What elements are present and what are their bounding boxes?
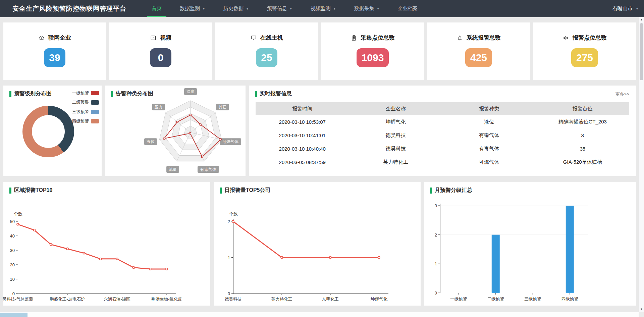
nav-item-home[interactable]: 首页 [143, 0, 171, 17]
svg-text:东明化工: 东明化工 [322, 297, 339, 302]
svg-text:三级预警: 三级预警 [524, 297, 541, 301]
region-selector[interactable]: 石嘴山市▼ [612, 5, 644, 12]
table-cell: 可燃气体 [442, 155, 536, 169]
table-cell: 液位 [442, 115, 536, 128]
table-cell: 2020-03-10 10:53:07 [256, 115, 349, 128]
card-title: 日报警量TOP5公司 [220, 187, 271, 194]
svg-text:0: 0 [12, 291, 15, 296]
donut-hole [32, 115, 65, 148]
svg-text:德昊科技: 德昊科技 [225, 297, 242, 302]
warning-level-pie-card: 预警级别分布图 一级预警二级预警三级预警四级预警 [3, 86, 102, 176]
nav-item-data-collection[interactable]: 数据采集▼ [345, 0, 389, 17]
svg-text:压力: 压力 [155, 105, 163, 109]
radar-chart: 温度其它可燃气体有毒气体流量液位压力 [105, 86, 246, 176]
card-title: 告警种类分布图 [111, 90, 153, 97]
monthly-warning-bar-chart: 0123一级预警二级预警三级预警四级预警 [427, 198, 638, 306]
legend-item[interactable]: 二级预警 [72, 100, 99, 105]
stat-label: 联网企业 [48, 34, 71, 42]
table-cell: 2020-03-10 10:41:01 [256, 128, 349, 142]
vertical-scrollbar[interactable]: ▲ ▼ [639, 17, 644, 312]
table-cell: 德昊科技 [349, 142, 443, 155]
svg-text:30: 30 [10, 248, 15, 253]
legend-item[interactable]: 四级预警 [72, 118, 99, 124]
stat-card-connected-enterprises: 联网企业 39 [3, 22, 106, 80]
table-cell: 2020-03-05 08:37:59 [256, 155, 349, 169]
svg-text:有毒气体: 有毒气体 [200, 167, 216, 172]
legend-item[interactable]: 三级预警 [72, 109, 99, 115]
alarm-type-radar-card: 告警种类分布图 温度其它可燃气体有毒气体流量液位压力 [105, 86, 246, 176]
table-row[interactable]: 2020-03-10 10:40:40德昊科技有毒气体35 [256, 142, 629, 155]
table-cell: 有毒气体 [442, 142, 536, 155]
legend-swatch [91, 119, 99, 123]
horizontal-scrollbar[interactable] [0, 312, 639, 317]
table-cell: 有毒气体 [442, 128, 536, 142]
svg-text:一级预警: 一级预警 [450, 297, 467, 301]
card-title: 实时报警信息 [255, 90, 292, 97]
legend-item[interactable]: 一级预警 [72, 90, 99, 96]
stat-label: 报警点位总数 [573, 34, 607, 42]
table-header-cell: 报警点位 [536, 102, 630, 115]
svg-text:个数: 个数 [14, 211, 22, 216]
stat-value: 25 [256, 48, 277, 67]
nav-item-label: 历史数据 [223, 5, 244, 12]
stat-value: 1093 [357, 48, 389, 67]
horizontal-scrollbar-thumb[interactable] [0, 313, 28, 317]
svg-text:2: 2 [435, 232, 437, 237]
scroll-down-arrow[interactable]: ▼ [639, 307, 644, 312]
region-alarm-line-chart: 01020304050个数昊科技-气体监测鹏盛化工-1#电石炉永润石油-罐区荆洪… [6, 198, 207, 306]
table-cell: 精醇南罐液位GT_203 [536, 115, 630, 128]
svg-text:40: 40 [10, 233, 15, 239]
legend-label: 四级预警 [72, 118, 89, 124]
nav-item-label: 数据采集 [354, 5, 374, 12]
card-title-text: 区域报警TOP10 [14, 187, 52, 194]
app-title: 安全生产风险预警防控物联网管理平台 [12, 4, 126, 13]
table-cell: GIA-520单体贮槽 [536, 155, 630, 169]
svg-text:荆洪生物-氧化反: 荆洪生物-氧化反 [151, 297, 182, 302]
bottom-row: 区域报警TOP10 01020304050个数昊科技-气体监测鹏盛化工-1#电石… [3, 182, 636, 306]
chevron-down-icon: ▼ [636, 7, 639, 10]
stat-card-alarm-points: 报警点位总数 275 [533, 22, 636, 80]
video-icon [150, 35, 157, 41]
table-row[interactable]: 2020-03-10 10:53:07坤辉气化液位精醇南罐液位GT_203 [256, 115, 629, 128]
title-bar-icon [430, 188, 432, 194]
scrollbar-corner [639, 312, 644, 317]
table-row[interactable]: 2020-03-10 10:41:01德昊科技有毒气体3 [256, 128, 629, 142]
more-link[interactable]: 更多>> [615, 91, 629, 97]
daily-alarm-line-chart: 012个数德昊科技英力特化工东明化工坤辉气化 [216, 198, 418, 306]
nav-item-label: 企业档案 [398, 5, 418, 12]
svg-text:10: 10 [10, 277, 15, 282]
nav-item-data-monitoring[interactable]: 数据监测▼ [171, 0, 214, 17]
svg-text:2: 2 [228, 219, 230, 224]
svg-text:1: 1 [435, 261, 437, 266]
nav-item-video-monitoring[interactable]: 视频监测▼ [302, 0, 345, 17]
legend-swatch [91, 91, 99, 95]
card-title-text: 预警级别分布图 [14, 90, 52, 97]
card-title-text: 告警种类分布图 [116, 90, 153, 97]
nav-item-enterprise-archive[interactable]: 企业档案 [389, 0, 427, 17]
table-row[interactable]: 2020-03-05 08:37:59英力特化工可燃气体GIA-520单体贮槽 [256, 155, 629, 169]
svg-text:个数: 个数 [229, 211, 238, 216]
stat-label: 在线主机 [260, 34, 283, 42]
table-header-cell: 企业名称 [349, 102, 443, 115]
scroll-up-arrow[interactable]: ▲ [639, 17, 644, 22]
nav-item-warning-info[interactable]: 预警信息▼ [258, 0, 302, 17]
stat-label: 系统报警总数 [467, 34, 501, 42]
vertical-scrollbar-thumb[interactable] [640, 23, 643, 80]
title-bar-icon [255, 91, 257, 97]
legend-label: 三级预警 [72, 109, 89, 115]
chevron-down-icon: ▼ [246, 7, 249, 10]
stat-card-video: 视频 0 [109, 22, 212, 80]
nav-item-history-data[interactable]: 历史数据▼ [214, 0, 258, 17]
realtime-alarm-table: 报警时间企业名称报警种类报警点位 2020-03-10 10:53:07坤辉气化… [256, 102, 629, 169]
title-bar-icon [9, 188, 11, 194]
svg-text:50: 50 [10, 219, 15, 224]
table-body: 2020-03-10 10:53:07坤辉气化液位精醇南罐液位GT_203202… [256, 115, 629, 169]
title-bar-icon [220, 188, 222, 194]
stat-value: 39 [44, 48, 65, 67]
chevron-down-icon: ▼ [333, 7, 336, 10]
nav-menu: 首页 数据监测▼ 历史数据▼ 预警信息▼ 视频监测▼ 数据采集▼ 企业档案 [143, 0, 427, 17]
chevron-down-icon: ▼ [377, 7, 380, 10]
table-cell: 2020-03-10 10:40:40 [256, 142, 349, 155]
table-cell: 德昊科技 [349, 128, 443, 142]
card-title-text: 实时报警信息 [260, 90, 292, 97]
